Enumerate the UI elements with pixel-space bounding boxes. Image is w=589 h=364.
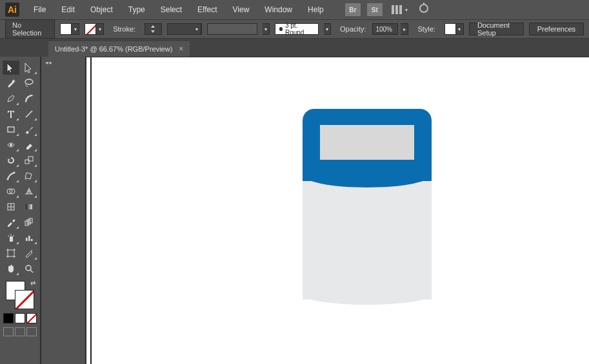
style-label: Style: [414,24,439,34]
menu-window[interactable]: Window [258,3,299,17]
draw-inside[interactable] [26,327,37,336]
artwork-jar[interactable] [303,109,432,300]
selection-tool[interactable] [3,61,19,75]
color-mode-gradient[interactable] [15,313,25,323]
draw-mode-row [3,327,37,336]
bridge-button[interactable]: Br [345,3,361,16]
opacity-label: Opacity: [336,24,370,34]
jar-label-shape [318,123,416,162]
perspective-grid-tool[interactable] [21,184,37,198]
menu-file[interactable]: File [27,3,52,17]
column-graph-tool[interactable] [21,231,37,245]
zoom-tool[interactable] [21,262,37,276]
document-tab-title: Untitled-3* @ 66.67% (RGB/Preview) [55,45,172,53]
graphic-style-caret[interactable]: ▾ [456,23,464,35]
graphic-style-swatch [444,23,456,35]
stroke-color-box[interactable] [15,290,34,309]
slice-tool[interactable] [21,246,37,260]
brush-preset-label: 3 pt. Round [285,22,314,36]
selection-indicator: No Selection [5,19,55,39]
artboard-edge [90,57,92,364]
svg-line-2 [26,111,32,117]
scale-tool[interactable] [21,153,37,168]
magic-wand-tool[interactable] [3,76,19,90]
free-transform-tool[interactable] [21,169,37,183]
svg-rect-0 [423,3,424,5]
shaper-tool[interactable] [3,138,19,152]
gradient-tool[interactable] [21,200,37,214]
draw-normal[interactable] [3,327,14,336]
menu-object[interactable]: Object [84,3,119,17]
jar-body-shape [303,181,432,300]
menu-edit[interactable]: Edit [55,3,81,17]
menu-help[interactable]: Help [301,3,330,17]
brush-dropdown-caret[interactable]: ▾ [263,23,270,35]
document-tab[interactable]: Untitled-3* @ 66.67% (RGB/Preview) × [48,41,190,57]
pen-tool[interactable] [3,91,19,106]
line-segment-tool[interactable] [21,107,37,121]
fill-stroke-indicator[interactable]: ⇄ [6,281,34,309]
canvas[interactable] [86,57,589,364]
stroke-swatch-control[interactable]: ▾ [85,23,104,35]
symbol-sprayer-tool[interactable] [3,231,19,245]
brush-preset-caret[interactable]: ▾ [324,23,331,35]
curvature-tool[interactable] [21,91,37,106]
svg-point-4 [10,144,12,146]
stroke-swatch [85,23,96,35]
document-tab-row: Untitled-3* @ 66.67% (RGB/Preview) × [0,39,589,57]
menu-effect[interactable]: Effect [191,3,223,17]
document-setup-button[interactable]: Document Setup [469,23,524,35]
preferences-button[interactable]: Preferences [529,23,584,35]
rotate-tool[interactable] [3,153,19,168]
svg-rect-12 [26,204,32,209]
svg-point-7 [7,178,9,180]
swap-fill-stroke-icon[interactable]: ⇄ [30,280,35,287]
eyedropper-tool[interactable] [3,215,19,229]
expand-dock-icon[interactable]: ◂◂ [45,59,52,66]
menu-select[interactable]: Select [154,3,188,17]
control-bar: No Selection ▾ ▾ Stroke: ▾ ▾ 3 pt. Round… [0,19,589,39]
svg-rect-3 [8,127,14,132]
hand-tool[interactable] [3,262,19,276]
document-tab-close[interactable]: × [179,44,183,53]
opacity-field[interactable]: 100% [372,23,398,35]
arrange-documents-button[interactable]: ▾ [391,5,408,14]
width-tool[interactable] [3,169,19,183]
opacity-caret[interactable]: ▸ [401,23,408,35]
artboard-tool[interactable] [3,246,19,260]
gpu-preview-icon[interactable] [418,3,430,17]
draw-behind[interactable] [15,327,25,336]
svg-rect-18 [28,236,30,241]
direct-selection-tool[interactable] [21,61,37,75]
menu-type[interactable]: Type [122,3,152,17]
stock-button[interactable]: St [367,3,383,16]
collapsed-panel-dock[interactable]: ◂◂ [41,57,86,364]
color-mode-none[interactable] [26,313,37,323]
svg-rect-20 [8,250,14,256]
shape-builder-tool[interactable] [3,184,19,198]
mesh-tool[interactable] [3,200,19,214]
rectangle-tool[interactable] [3,122,19,137]
fill-dropdown-caret[interactable]: ▾ [72,23,79,35]
svg-rect-17 [26,238,28,241]
stroke-weight-field[interactable] [145,23,162,35]
toolbox: ⇄ [0,57,41,364]
fill-swatch-control[interactable]: ▾ [60,23,79,35]
app-logo: Ai [5,3,19,17]
type-tool[interactable] [3,107,19,121]
brush-preset[interactable]: 3 pt. Round [275,23,319,35]
svg-line-22 [30,270,33,273]
paintbrush-tool[interactable] [21,122,37,137]
color-mode-row [3,313,37,323]
lasso-tool[interactable] [21,76,37,90]
stroke-dropdown-caret[interactable]: ▾ [96,23,104,35]
graphic-style-control[interactable]: ▾ [444,23,464,35]
variable-width-profile[interactable]: ▾ [167,23,202,35]
menu-view[interactable]: View [226,3,256,17]
app-logo-text: Ai [8,5,17,15]
blend-tool[interactable] [21,215,37,229]
main-area: ⇄ ◂◂ [0,57,589,364]
color-mode-color[interactable] [3,313,14,323]
brush-definition[interactable] [207,23,257,35]
eraser-tool[interactable] [21,138,37,152]
